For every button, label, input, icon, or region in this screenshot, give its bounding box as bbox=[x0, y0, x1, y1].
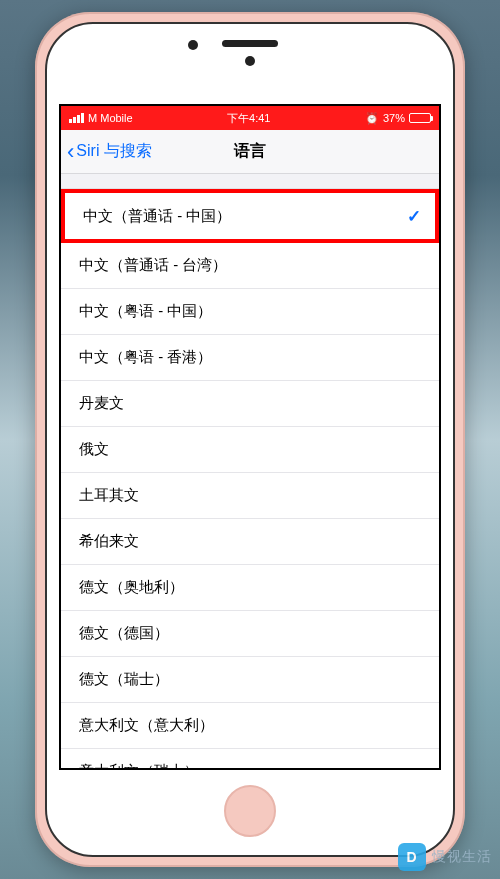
language-label: 中文（普通话 - 台湾） bbox=[79, 256, 227, 275]
language-row[interactable]: 中文（粤语 - 中国） bbox=[61, 289, 439, 335]
language-row[interactable]: 德文（瑞士） bbox=[61, 657, 439, 703]
nav-bar: ‹ Siri 与搜索 语言 bbox=[61, 130, 439, 174]
front-camera bbox=[188, 40, 198, 50]
language-row[interactable]: 意大利文（瑞士） bbox=[61, 749, 439, 768]
language-row[interactable]: 俄文 bbox=[61, 427, 439, 473]
battery-pct: 37% bbox=[383, 112, 405, 124]
signal-icon bbox=[69, 113, 84, 123]
phone-frame: M Mobile 下午4:41 ⏰ 37% ‹ Siri 与搜索 语言 中文（普… bbox=[35, 12, 465, 867]
language-list[interactable]: 中文（普通话 - 中国）✓中文（普通话 - 台湾）中文（粤语 - 中国）中文（粤… bbox=[61, 188, 439, 768]
language-label: 中文（普通话 - 中国） bbox=[83, 207, 231, 226]
language-label: 俄文 bbox=[79, 440, 109, 459]
language-label: 中文（粤语 - 中国） bbox=[79, 302, 212, 321]
back-button[interactable]: ‹ Siri 与搜索 bbox=[61, 141, 152, 163]
language-label: 德文（德国） bbox=[79, 624, 169, 643]
chevron-left-icon: ‹ bbox=[67, 141, 74, 163]
watermark: D 慢视生活 bbox=[398, 843, 492, 871]
language-label: 意大利文（意大利） bbox=[79, 716, 214, 735]
language-row[interactable]: 希伯来文 bbox=[61, 519, 439, 565]
watermark-logo: D bbox=[398, 843, 426, 871]
battery-icon bbox=[409, 113, 431, 123]
language-label: 土耳其文 bbox=[79, 486, 139, 505]
language-row[interactable]: 土耳其文 bbox=[61, 473, 439, 519]
language-label: 丹麦文 bbox=[79, 394, 124, 413]
language-row[interactable]: 德文（德国） bbox=[61, 611, 439, 657]
home-button[interactable] bbox=[224, 785, 276, 837]
carrier-label: M Mobile bbox=[88, 112, 133, 124]
language-row[interactable]: 中文（粤语 - 香港） bbox=[61, 335, 439, 381]
language-row[interactable]: 意大利文（意大利） bbox=[61, 703, 439, 749]
earpiece bbox=[222, 40, 278, 47]
language-label: 中文（粤语 - 香港） bbox=[79, 348, 212, 367]
checkmark-icon: ✓ bbox=[407, 206, 421, 227]
clock: 下午4:41 bbox=[227, 111, 270, 126]
status-bar: M Mobile 下午4:41 ⏰ 37% bbox=[61, 106, 439, 130]
back-label: Siri 与搜索 bbox=[76, 141, 152, 162]
alarm-icon: ⏰ bbox=[365, 112, 379, 125]
language-row[interactable]: 德文（奥地利） bbox=[61, 565, 439, 611]
screen: M Mobile 下午4:41 ⏰ 37% ‹ Siri 与搜索 语言 中文（普… bbox=[59, 104, 441, 770]
language-label: 德文（瑞士） bbox=[79, 670, 169, 689]
language-row[interactable]: 中文（普通话 - 中国）✓ bbox=[61, 189, 439, 243]
language-label: 意大利文（瑞士） bbox=[79, 762, 199, 768]
language-label: 德文（奥地利） bbox=[79, 578, 184, 597]
watermark-text: 慢视生活 bbox=[432, 848, 492, 866]
language-row[interactable]: 丹麦文 bbox=[61, 381, 439, 427]
language-row[interactable]: 中文（普通话 - 台湾） bbox=[61, 243, 439, 289]
proximity-sensor bbox=[245, 56, 255, 66]
language-label: 希伯来文 bbox=[79, 532, 139, 551]
